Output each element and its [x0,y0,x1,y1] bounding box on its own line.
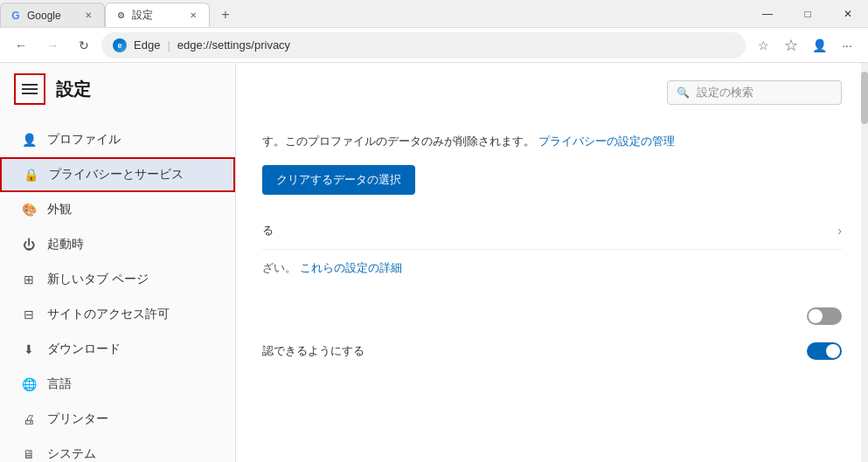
sidebar-header: 設定 [0,63,235,115]
settings-detail-link[interactable]: これらの設定の詳細 [300,261,402,274]
content-body: す。このプロファイルのデータのみが削除されます。 プライバシーの設定の管理 クリ… [262,133,842,367]
sidebar-item-downloads-label: ダウンロード [47,341,121,357]
clear-data-button[interactable]: クリアするデータの選択 [262,165,415,195]
more-button[interactable]: ··· [833,31,861,59]
sidebar-item-profile-label: プロファイル [47,132,121,148]
sidebar-item-appearance-label: 外観 [47,202,72,217]
settings-favicon: ⚙ [115,9,127,21]
minimize-button[interactable]: — [747,0,788,28]
tabs-area: G Google ✕ ⚙ 設定 ✕ + [0,0,747,27]
address-edge-text: Edge [134,38,160,52]
appearance-nav-icon: 🎨 [21,202,37,217]
privacy-nav-icon: 🔒 [23,167,38,183]
sidebar-item-newtab[interactable]: ⊞ 新しいタブ ページ [0,262,235,297]
google-favicon: G [10,10,22,22]
toggle-row-1 [262,297,842,335]
sidebar-item-language-label: 言語 [47,376,72,392]
sidebar: 設定 👤 プロファイル 🔒 プライバシーとサービス 🎨 外観 ⏻ 起動時 ⊞ 新… [0,63,236,462]
collections-button[interactable]: ☆ [777,31,805,59]
edge-logo-icon: e [113,38,127,52]
sidebar-item-appearance[interactable]: 🎨 外観 [0,192,235,227]
close-button[interactable]: ✕ [828,0,868,28]
new-tab-button[interactable]: + [213,3,238,27]
tab-google-label: Google [27,10,61,22]
sidebar-item-profile[interactable]: 👤 プロファイル [0,122,235,157]
chevron-right-icon: › [837,224,842,238]
sidebar-item-privacy-label: プライバシーとサービス [49,167,184,183]
search-placeholder-text: 設定の検索 [697,85,753,100]
sidebar-item-printer[interactable]: 🖨 プリンター [0,402,235,437]
tab-google[interactable]: G Google ✕ [0,3,105,27]
sidebar-title: 設定 [56,78,91,101]
downloads-nav-icon: ⬇ [21,341,37,357]
addressbar: ← → ↻ e Edge | edge://settings/privacy ☆… [0,28,868,63]
sidebar-item-startup-label: 起動時 [47,237,84,252]
main-area: 設定 👤 プロファイル 🔒 プライバシーとサービス 🎨 外観 ⏻ 起動時 ⊞ 新… [0,63,868,462]
sidebar-item-siteperms[interactable]: ⊟ サイトのアクセス許可 [0,297,235,332]
hamburger-line-1 [22,84,38,86]
content-row-chevron[interactable]: る › [262,212,842,250]
toggle-2[interactable] [807,342,842,360]
language-nav-icon: 🌐 [21,376,37,392]
sidebar-nav: 👤 プロファイル 🔒 プライバシーとサービス 🎨 外観 ⏻ 起動時 ⊞ 新しいタ… [0,115,235,462]
sidebar-item-privacy[interactable]: 🔒 プライバシーとサービス [0,157,235,192]
search-icon: 🔍 [677,86,690,99]
siteperms-nav-icon: ⊟ [21,307,37,322]
refresh-button[interactable]: ↻ [70,31,98,59]
address-bar[interactable]: e Edge | edge://settings/privacy [101,32,746,59]
toggle-1-knob [809,309,823,323]
search-box-wrap: 🔍 設定の検索 [667,80,842,105]
sidebar-item-system[interactable]: 🖥 システム [0,437,235,462]
sidebar-item-language[interactable]: 🌐 言語 [0,367,235,402]
tab-settings[interactable]: ⚙ 設定 ✕ [105,3,210,27]
scrollbar[interactable] [861,63,868,462]
settings-search-box[interactable]: 🔍 設定の検索 [667,80,842,105]
tab-google-close[interactable]: ✕ [81,9,95,23]
toggle-2-knob [826,344,840,358]
row-label: る [262,223,274,238]
toggle-2-label: 認できるようにする [262,343,365,359]
sidebar-menu-button[interactable] [14,73,45,105]
content-description: す。このプロファイルのデータのみが削除されます。 プライバシーの設定の管理 [262,133,842,151]
address-separator: | [167,38,170,52]
content-area: 🔍 設定の検索 す。このプロファイルのデータのみが削除されます。 プライバシーの… [236,63,868,462]
clear-data-section: クリアするデータの選択 [262,165,842,212]
toggle-1[interactable] [807,307,842,325]
sidebar-item-system-label: システム [47,446,96,462]
sidebar-item-startup[interactable]: ⏻ 起動時 [0,227,235,262]
sidebar-item-newtab-label: 新しいタブ ページ [47,272,149,287]
toolbar-icons: ☆ ☆ 👤 ··· [749,31,861,59]
startup-nav-icon: ⏻ [21,237,37,252]
hamburger-line-2 [22,88,38,90]
sidebar-item-downloads[interactable]: ⬇ ダウンロード [0,332,235,367]
note-text: ざい。 [262,261,296,274]
window-controls: — □ ✕ [747,0,868,27]
scrollbar-thumb[interactable] [861,72,868,124]
description-text: す。このプロファイルのデータのみが削除されます。 [262,134,535,148]
profile-nav-icon: 👤 [21,132,37,148]
address-url: edge://settings/privacy [177,38,734,52]
forward-button[interactable]: → [38,31,66,59]
content-note: ざい。 これらの設定の詳細 [262,250,842,286]
newtab-nav-icon: ⊞ [21,272,37,287]
back-button[interactable]: ← [7,31,35,59]
favorites-button[interactable]: ☆ [749,31,777,59]
sidebar-item-siteperms-label: サイトのアクセス許可 [47,307,170,322]
system-nav-icon: 🖥 [21,446,37,462]
hamburger-icon [22,84,38,94]
hamburger-line-3 [22,93,38,94]
tab-settings-label: 設定 [132,8,153,23]
maximize-button[interactable]: □ [788,0,828,28]
printer-nav-icon: 🖨 [21,411,37,427]
profile-button[interactable]: 👤 [805,31,833,59]
tab-settings-close[interactable]: ✕ [186,8,200,22]
sidebar-item-printer-label: プリンター [47,411,108,427]
toggle-row-2: 認できるようにする [262,335,842,367]
privacy-management-link[interactable]: プライバシーの設定の管理 [538,134,675,148]
titlebar: G Google ✕ ⚙ 設定 ✕ + — □ ✕ [0,0,868,28]
